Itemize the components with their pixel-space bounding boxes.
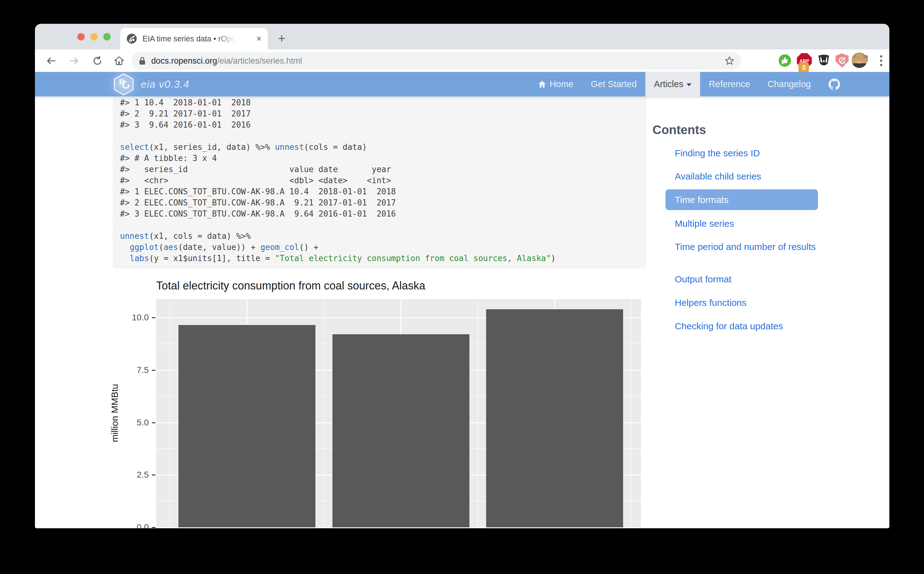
toc-item-finding-the-series-id[interactable]: Finding the series ID [675,148,842,158]
nav-item-reference-label: Reference [709,79,750,89]
blocker-shield-extension-icon[interactable] [835,53,850,68]
ropensci-favicon [127,33,137,44]
toolbar-divider [845,55,845,67]
gridline-minor-x [477,299,478,528]
browser-tab[interactable]: EIA time series data • rOpenSci: × [120,28,268,49]
nav-item-get-started[interactable]: Get Started [582,72,646,96]
site-navbar: R eia v0.3.4 Home Get Started Articles R… [35,72,889,96]
code-line: #> # A tibble: 3 x 4 [120,153,637,164]
y-tick-mark [152,317,155,318]
y-tick-label: 0.0 [127,522,149,528]
tab-strip: EIA time series data • rOpenSci: × + [35,24,889,49]
code-block: #> 1 10.4 2018-01-01 2018#> 2 9.21 2017-… [113,96,646,268]
y-tick-label: 10.0 [127,313,149,323]
code-line: labs(y = x1$units[1], title = "Total ele… [120,253,637,264]
code-line: ggplot(aes(date, value)) + geom_col() + [120,241,637,253]
gridline-minor-x [631,299,631,528]
y-tick-mark [152,422,155,423]
toc-item-time-formats[interactable]: Time formats [666,189,818,210]
chart-panel [156,299,641,528]
y-tick-mark [152,527,155,528]
site-title: eia v0.3.4 [141,78,189,90]
gridline-minor-x [323,299,324,528]
nav-item-changelog[interactable]: Changelog [759,72,820,96]
ropensci-logo: R [112,72,135,96]
code-line: #> 2 9.21 2017-01-01 2017 [120,108,637,119]
gridline-minor-x [170,299,170,528]
toc-item-output-format[interactable]: Output format [675,274,842,284]
code-line: select(x1, series_id, data) %>% unnest(c… [120,142,637,153]
privacy-badger-count-badge: 3 [799,62,809,73]
toc-item-helpers-functions[interactable]: Helpers functions [675,298,842,308]
code-line: #> 1 10.4 2018-01-01 2018 [120,97,637,108]
reload-button[interactable] [90,53,105,69]
browser-toolbar: docs.ropensci.org/eia/articles/series.ht… [35,49,889,72]
bar-2018-01-01 [486,309,623,527]
zoom-window-button[interactable] [103,33,111,41]
privacy-badger-extension-icon[interactable] [816,53,831,68]
toc-heading: Contents [652,123,706,137]
forward-button [66,53,82,69]
nav-item-articles-label: Articles [654,79,684,89]
nav-item-get-started-label: Get Started [591,79,637,89]
nav-item-articles[interactable]: Articles [646,72,700,96]
code-line: #> <chr> <dbl> <date> <int> [120,175,637,186]
bar-2017-01-01 [332,334,470,527]
chart-title: Total electricity consumption from coal … [156,279,425,292]
navbar-menu: Home Get Started Articles Reference Chan… [529,72,849,96]
code-line: #> 1 ELEC.CONS_TOT_BTU.COW-AK-98.A 10.4 … [120,186,637,197]
home-button[interactable] [111,53,127,69]
bookmark-star-icon[interactable] [725,56,734,66]
y-tick-mark [152,475,155,475]
tab-close-icon[interactable]: × [256,34,262,43]
y-tick-label: 5.0 [127,418,149,427]
nav-item-home-label: Home [549,79,573,89]
home-icon [538,80,546,89]
browser-menu-button[interactable] [873,53,888,68]
toc-item-checking-for-data-updates[interactable]: Checking for data updates [675,321,842,331]
back-button[interactable] [43,53,59,69]
code-line: #> 2 ELEC.CONS_TOT_BTU.COW-AK-98.A 9.21 … [120,197,637,208]
code-line: #> 3 ELEC.CONS_TOT_BTU.COW-AK-98.A 9.64 … [120,208,637,219]
site-brand[interactable]: R eia v0.3.4 [112,72,189,96]
minimize-window-button[interactable] [90,33,98,41]
browser-window: EIA time series data • rOpenSci: × + doc… [35,24,889,528]
page-content: #> 1 10.4 2018-01-01 2018#> 2 9.21 2017-… [35,96,889,528]
close-window-button[interactable] [77,33,85,41]
code-line [120,130,637,142]
y-tick-label: 7.5 [127,365,149,375]
chevron-down-icon [687,84,691,86]
new-tab-button[interactable]: + [275,32,289,46]
address-bar[interactable]: docs.ropensci.org/eia/articles/series.ht… [131,52,741,69]
url-path: /eia/articles/series.html [217,56,302,66]
toc-item-time-period-and-number-of-results[interactable]: Time period and number of results [675,242,842,251]
y-tick-label: 2.5 [127,470,149,480]
code-line [120,219,637,230]
toc-item-multiple-series[interactable]: Multiple series [675,219,842,228]
lock-icon [138,56,146,66]
bar-2016-01-01 [179,325,315,527]
github-icon [828,78,840,90]
thumbs-up-extension-icon[interactable] [777,53,792,68]
nav-item-changelog-label: Changelog [767,79,811,89]
code-line: #> series_id value date year [120,164,637,175]
chart-y-axis-label: million MMBtu [109,384,120,442]
nav-item-reference[interactable]: Reference [700,72,759,96]
code-line: #> 3 9.64 2016-01-01 2016 [120,119,637,130]
y-tick-mark [152,370,155,371]
url-host: docs.ropensci.org [151,56,217,66]
profile-avatar[interactable] [852,52,867,68]
nav-item-github[interactable] [820,72,849,96]
tab-title: EIA time series data • rOpenSci: [142,34,235,43]
toc-item-available-child-series[interactable]: Available child series [675,172,842,181]
nav-item-home[interactable]: Home [529,72,582,96]
code-line: unnest(x1, cols = data) %>% [120,230,637,241]
